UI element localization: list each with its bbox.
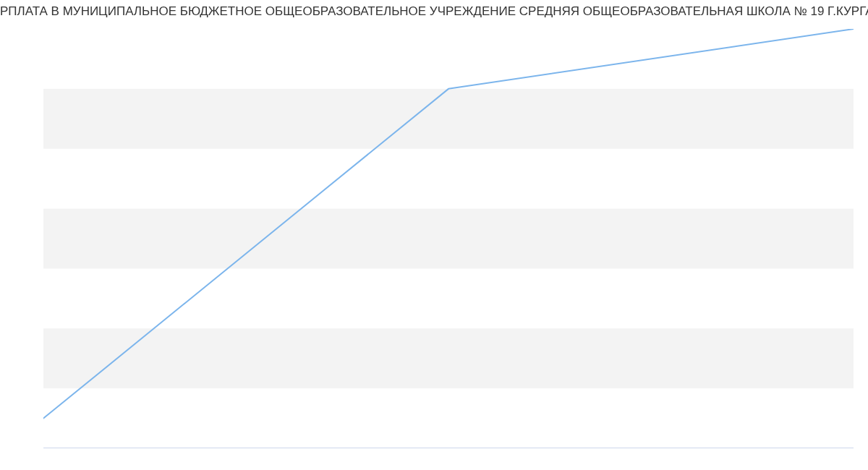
svg-rect-2 [43,89,854,149]
svg-rect-1 [43,209,854,269]
chart-container: РПЛАТА В МУНИЦИПАЛЬНОЕ БЮДЖЕТНОЕ ОБЩЕОБР… [0,0,868,470]
svg-rect-0 [43,328,854,388]
plot-area [43,29,854,448]
chart-title: РПЛАТА В МУНИЦИПАЛЬНОЕ БЮДЖЕТНОЕ ОБЩЕОБР… [0,4,868,19]
chart-svg [43,29,854,448]
